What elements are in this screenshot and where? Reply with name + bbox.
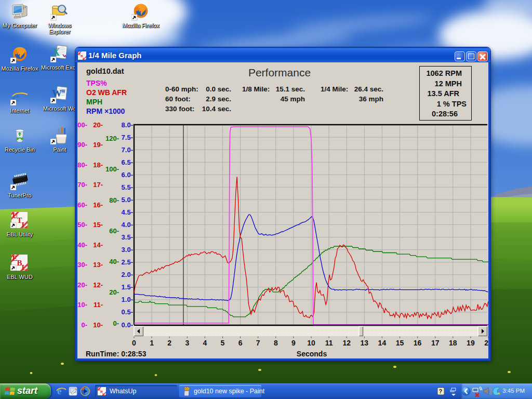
svg-text:13-: 13- (93, 261, 103, 269)
svg-text:0.0 sec.: 0.0 sec. (206, 85, 231, 93)
svg-text:10.4 sec.: 10.4 sec. (202, 105, 231, 113)
svg-text:0-: 0- (113, 320, 119, 327)
svg-text:12: 12 (342, 339, 351, 347)
svg-text:5: 5 (221, 339, 225, 347)
svg-text:1/4 Mile:: 1/4 Mile: (321, 85, 348, 93)
svg-text:12 MPH: 12 MPH (435, 79, 462, 88)
svg-text:0-: 0- (81, 321, 87, 329)
svg-text:14: 14 (378, 339, 387, 347)
svg-text:1062 RPM: 1062 RPM (426, 69, 462, 77)
svg-text:7: 7 (256, 339, 260, 347)
svg-text:9: 9 (291, 339, 296, 347)
svg-text:20-: 20- (77, 281, 87, 289)
svg-text:6: 6 (238, 339, 243, 347)
svg-text:L: L (102, 392, 105, 396)
svg-text:L: L (83, 57, 85, 60)
svg-text:13.5 AFR: 13.5 AFR (427, 89, 459, 98)
svg-text:100-: 100- (77, 121, 87, 129)
svg-text:3.0-: 3.0- (122, 246, 133, 254)
svg-text:15: 15 (396, 339, 404, 347)
svg-text:50-: 50- (77, 221, 87, 229)
svg-text:70-: 70- (77, 181, 87, 189)
svg-text:330 foot:: 330 foot: (165, 105, 194, 113)
svg-text:10: 10 (307, 339, 315, 347)
svg-text:14-: 14- (93, 241, 103, 249)
svg-text:90-: 90- (77, 141, 87, 149)
svg-text:0: 0 (132, 339, 136, 347)
svg-text:O2 WB AFR: O2 WB AFR (86, 88, 127, 97)
svg-text:19: 19 (467, 339, 475, 347)
svg-text:40-: 40- (77, 241, 87, 249)
svg-text:1 % TPS: 1 % TPS (437, 100, 467, 108)
svg-text:10-: 10- (93, 321, 103, 329)
svg-text:6.0-: 6.0- (122, 171, 133, 179)
svg-text:80-: 80- (77, 161, 87, 169)
svg-text:4: 4 (203, 339, 207, 347)
svg-text:1.0-: 1.0- (122, 296, 133, 303)
svg-text:X: X (52, 46, 60, 58)
svg-text:W: W (52, 88, 62, 99)
svg-text:0:28:56: 0:28:56 (432, 110, 458, 118)
svg-text:L: L (22, 263, 27, 272)
svg-text:16-: 16- (93, 201, 103, 209)
svg-text:10-: 10- (77, 301, 87, 309)
svg-text:e: e (57, 386, 61, 396)
svg-text:2.0-: 2.0- (122, 271, 133, 278)
svg-text:26.4 sec.: 26.4 sec. (354, 85, 383, 93)
svg-text:0.0-: 0.0- (122, 321, 133, 329)
svg-text:1: 1 (150, 339, 154, 347)
svg-text:16: 16 (414, 339, 422, 347)
svg-text:20: 20 (484, 339, 488, 347)
svg-text:7.0-: 7.0- (122, 146, 133, 154)
svg-text:19-: 19- (93, 141, 103, 149)
svg-text:2.9 sec.: 2.9 sec. (206, 95, 231, 103)
svg-text:11: 11 (325, 339, 333, 347)
svg-text:17: 17 (431, 339, 440, 347)
svg-text:?: ? (439, 388, 443, 394)
svg-text:RPM ×1000: RPM ×1000 (86, 107, 125, 115)
svg-text:120-: 120- (105, 135, 119, 142)
svg-text:Performance: Performance (248, 66, 311, 78)
svg-text:60-: 60- (77, 201, 87, 209)
svg-text:7.5-: 7.5- (122, 134, 133, 141)
svg-text:13: 13 (361, 339, 369, 347)
svg-text:60-: 60- (109, 227, 119, 235)
svg-text:5.5-: 5.5- (122, 183, 133, 191)
svg-text:0.5-: 0.5- (122, 308, 133, 316)
svg-text:17-: 17- (93, 181, 103, 189)
svg-text:3: 3 (185, 339, 189, 347)
svg-text:15-: 15- (93, 221, 103, 229)
svg-text:2.5-: 2.5- (122, 258, 133, 266)
svg-text:5.0-: 5.0- (122, 196, 133, 204)
svg-text:18: 18 (449, 339, 457, 347)
svg-text:4.0-: 4.0- (122, 221, 133, 229)
svg-text:3.5-: 3.5- (122, 233, 133, 241)
svg-text:TPS%: TPS% (86, 79, 107, 87)
svg-text:30-: 30- (77, 261, 87, 269)
svg-text:0-60 mph:: 0-60 mph: (165, 85, 198, 93)
svg-text:2: 2 (167, 339, 171, 347)
svg-text:100-: 100- (105, 165, 119, 173)
svg-text:15.1 sec.: 15.1 sec. (276, 85, 305, 93)
svg-text:1.5-: 1.5- (122, 283, 133, 291)
svg-text:1/8 Mile:: 1/8 Mile: (242, 85, 270, 93)
svg-text:20-: 20- (109, 288, 119, 296)
svg-text:12-: 12- (93, 281, 103, 289)
svg-text:80-: 80- (109, 196, 119, 204)
svg-text:8: 8 (274, 339, 278, 347)
svg-text:4.5-: 4.5- (122, 208, 133, 216)
svg-text:MPH: MPH (86, 98, 102, 106)
svg-text:60 foot:: 60 foot: (165, 95, 191, 103)
svg-text:gold10.dat: gold10.dat (86, 67, 124, 75)
svg-text:RunTime: 0:28:53: RunTime: 0:28:53 (86, 350, 147, 358)
svg-text:18-: 18- (93, 161, 103, 169)
svg-text:11-: 11- (94, 301, 103, 309)
svg-text:40-: 40- (109, 258, 119, 265)
svg-text:L: L (22, 221, 27, 229)
svg-text:36 mph: 36 mph (359, 95, 383, 103)
svg-text:20-: 20- (93, 121, 103, 129)
svg-text:6.5-: 6.5- (122, 158, 133, 166)
svg-text:Seconds: Seconds (297, 350, 327, 358)
svg-text:45 mph: 45 mph (281, 95, 305, 103)
svg-text:8.0-: 8.0- (122, 121, 133, 129)
